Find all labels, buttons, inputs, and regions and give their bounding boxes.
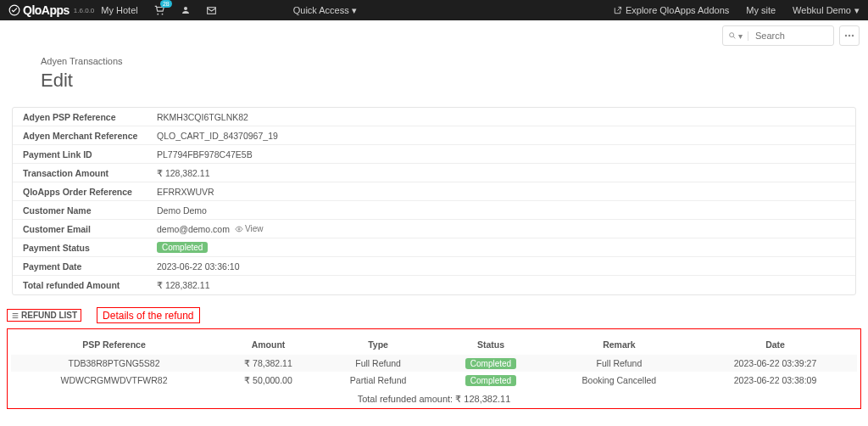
table-header: Date [693, 336, 857, 355]
table-cell: WDWCRGMWDVTFWR82 [11, 372, 217, 389]
table-header: Status [437, 336, 544, 355]
envelope-icon [206, 5, 217, 16]
explore-addons-link[interactable]: Explore QloApps Addons [613, 5, 729, 15]
detail-row: Customer NameDemo Demo [13, 201, 855, 220]
detail-row: QloApps Order ReferenceEFRRXWUVR [13, 182, 855, 201]
svg-point-8 [852, 35, 854, 36]
explore-addons-label: Explore QloApps Addons [626, 5, 729, 15]
check-circle-icon [8, 4, 20, 16]
status-badge: Completed [465, 358, 516, 369]
ellipsis-icon [844, 34, 854, 37]
page-title: Edit [41, 70, 827, 92]
more-button[interactable] [839, 25, 860, 46]
svg-point-3 [184, 7, 187, 10]
detail-value: Completed [157, 242, 208, 253]
refund-table: PSP ReferenceAmountTypeStatusRemarkDate … [11, 336, 857, 389]
my-site-link[interactable]: My site [746, 5, 776, 15]
detail-value: Demo Demo [157, 205, 207, 216]
search-type-dropdown[interactable]: ▾ [723, 31, 748, 41]
table-cell: Booking Cancelled [545, 372, 693, 389]
detail-value: 2023-06-22 03:36:10 [157, 261, 240, 272]
detail-value: QLO_CART_ID_84370967_19 [157, 131, 278, 141]
table-header: PSP Reference [11, 336, 217, 355]
caret-down-icon: ▾ [352, 5, 357, 15]
eye-icon [235, 225, 243, 233]
detail-label: Payment Status [23, 243, 157, 253]
breadcrumb: Adyen Transactions [41, 56, 827, 66]
table-cell: 2023-06-22 03:39:27 [693, 355, 857, 372]
cart-icon[interactable]: 28 [153, 4, 165, 16]
detail-value: ₹ 128,382.11 [157, 168, 209, 178]
detail-value: PL7794FBF978C47E5B [157, 149, 253, 160]
detail-row: Payment Date2023-06-22 03:36:10 [13, 257, 855, 276]
table-row: TDB38R8PTGNG5S82₹ 78,382.11Full RefundCo… [11, 355, 857, 372]
detail-row: Payment StatusCompleted [13, 238, 855, 257]
svg-point-9 [238, 227, 240, 229]
caret-down-icon: ▾ [854, 5, 860, 16]
external-link-icon [613, 6, 622, 15]
table-cell: TDB38R8PTGNG5S82 [11, 355, 217, 372]
brand-name: QloApps [23, 3, 70, 17]
svg-point-7 [849, 35, 850, 36]
refund-table-border: PSP ReferenceAmountTypeStatusRemarkDate … [7, 328, 861, 409]
detail-label: Payment Date [23, 261, 157, 272]
refund-list-label: REFUND LIST [21, 311, 77, 320]
mail-icon[interactable] [206, 5, 217, 16]
detail-row: Payment Link IDPL7794FBF978C47E5B [13, 145, 855, 164]
list-icon [11, 311, 19, 320]
table-row: WDWCRGMWDVTFWR82₹ 50,000.00Partial Refun… [11, 372, 857, 389]
detail-value: ₹ 128,382.11 [157, 280, 209, 290]
user-dropdown[interactable]: Webkul Demo ▾ [793, 5, 860, 16]
search-row: ▾ [0, 20, 868, 51]
user-name: Webkul Demo [793, 5, 851, 15]
topbar: QloApps 1.6.0.0 My Hotel 28 Quick Access… [0, 0, 868, 20]
detail-label: QloApps Order Reference [23, 187, 157, 197]
svg-point-5 [730, 33, 734, 37]
table-cell: Partial Refund [320, 372, 437, 389]
hotel-name[interactable]: My Hotel [101, 5, 137, 15]
detail-row: Total refunded Amount₹ 128,382.11 [13, 276, 855, 294]
svg-point-1 [157, 14, 159, 15]
detail-label: Adyen PSP Reference [23, 112, 157, 122]
table-cell: 2023-06-22 03:38:09 [693, 372, 857, 389]
page-header: Adyen Transactions Edit [0, 56, 868, 92]
detail-label: Adyen Merchant Reference [23, 131, 157, 141]
detail-label: Total refunded Amount [23, 280, 157, 290]
quick-access-dropdown[interactable]: Quick Access ▾ [293, 5, 357, 16]
detail-label: Customer Name [23, 205, 157, 216]
quick-access-label: Quick Access [293, 5, 349, 15]
detail-value: RKMH3CQI6TGLNK82 [157, 112, 248, 122]
table-header: Remark [545, 336, 693, 355]
caret-down-icon: ▾ [738, 31, 743, 41]
detail-row: Transaction Amount₹ 128,382.11 [13, 164, 855, 182]
table-header: Amount [217, 336, 320, 355]
detail-label: Payment Link ID [23, 149, 157, 160]
total-refunded-amount: Total refunded amount: ₹ 128,382.11 [11, 389, 857, 406]
table-cell: ₹ 78,382.11 [217, 355, 320, 372]
table-cell: Completed [437, 355, 544, 372]
cart-badge: 28 [160, 0, 172, 8]
user-icon[interactable] [181, 5, 191, 15]
refund-table-section: PSP ReferenceAmountTypeStatusRemarkDate … [7, 328, 861, 409]
search-box: ▾ [722, 25, 834, 46]
detail-label: Transaction Amount [23, 168, 157, 178]
status-badge: Completed [465, 375, 516, 386]
search-icon [728, 31, 737, 40]
detail-row: Customer Emaildemo@demo.comView [13, 220, 855, 238]
table-cell: ₹ 50,000.00 [217, 372, 320, 389]
detail-row: Adyen Merchant ReferenceQLO_CART_ID_8437… [13, 126, 855, 145]
brand-logo[interactable]: QloApps 1.6.0.0 [8, 3, 94, 17]
detail-value: EFRRXWUVR [157, 187, 214, 197]
refund-detail-annotation: Details of the refund [97, 307, 199, 323]
table-cell: Completed [437, 372, 544, 389]
table-cell: Full Refund [320, 355, 437, 372]
view-link[interactable]: View [235, 224, 264, 233]
search-input[interactable] [748, 31, 833, 41]
svg-point-2 [161, 14, 163, 15]
status-badge: Completed [157, 242, 208, 253]
person-icon [181, 5, 191, 15]
transaction-details-panel: Adyen PSP ReferenceRKMH3CQI6TGLNK82Adyen… [12, 107, 856, 295]
table-cell: Full Refund [545, 355, 693, 372]
svg-point-6 [845, 35, 847, 36]
refund-header-row: REFUND LIST Details of the refund [7, 307, 861, 323]
